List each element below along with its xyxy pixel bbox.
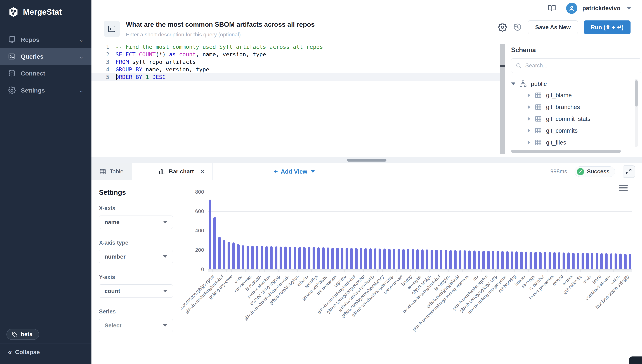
schema-table-row[interactable]: git_commits xyxy=(511,125,631,137)
docs-book-icon[interactable] xyxy=(548,4,556,12)
bar-chart[interactable]: 0200400600800github.com/davecgh/go-spewg… xyxy=(181,180,642,364)
save-as-new-button[interactable]: Save As New xyxy=(528,20,578,34)
tab-bar-chart[interactable]: Bar chart ✕ xyxy=(150,163,212,180)
series-select[interactable]: Select xyxy=(99,319,173,332)
editor-scrollbar-thumb[interactable] xyxy=(500,65,505,67)
caret-right-icon[interactable] xyxy=(528,93,530,97)
sidebar-item-queries[interactable]: Queries ⌄ xyxy=(0,48,92,65)
app-title: MergeStat xyxy=(23,8,62,16)
table-icon xyxy=(534,139,542,146)
account-caret-icon[interactable] xyxy=(626,7,631,10)
x-axis-type-label: X-axis type xyxy=(99,240,173,246)
tab-table[interactable]: Table xyxy=(92,163,132,180)
schema-table-row[interactable]: git_commit_stats xyxy=(511,113,631,125)
collapse-icon: « xyxy=(8,348,12,356)
schema-scrollbar-thumb[interactable] xyxy=(635,80,638,106)
beta-badge: beta xyxy=(6,329,39,340)
pane-resize-handle[interactable] xyxy=(92,157,642,163)
chart-bar xyxy=(624,254,626,269)
chart-bar xyxy=(246,246,249,269)
schema-search[interactable] xyxy=(511,58,641,73)
chart-bar xyxy=(506,251,508,269)
code-line[interactable]: 3FROM syft_repo_artifacts xyxy=(92,58,500,66)
line-number: 4 xyxy=(92,66,116,73)
schema-horizontal-scrollbar[interactable] xyxy=(511,150,621,153)
chart-bar xyxy=(378,248,381,269)
chart-bar xyxy=(450,250,452,269)
query-title[interactable]: What are the most common SBOM artifacts … xyxy=(126,21,315,28)
caret-down-icon[interactable] xyxy=(511,82,516,85)
chart-bar xyxy=(218,237,221,269)
sidebar: MergeStat Repos ⌄ Queries ⌄ Connect xyxy=(0,0,92,364)
code-line[interactable]: 2SELECT COUNT(*) as count, name, version… xyxy=(92,50,500,58)
chart-bar xyxy=(412,249,414,269)
logo[interactable]: MergeStat xyxy=(0,0,92,18)
chart-bar xyxy=(355,248,358,269)
chart-bar xyxy=(516,252,518,269)
chart-menu-icon[interactable] xyxy=(619,185,628,192)
gridline xyxy=(208,211,632,212)
sidebar-item-settings[interactable]: Settings ⌄ xyxy=(0,82,92,99)
schema-table-label: git_commit_stats xyxy=(546,116,590,122)
schema-table-row[interactable]: git_branches xyxy=(511,101,631,113)
y-axis-select[interactable]: count xyxy=(99,284,173,298)
chart-bar xyxy=(629,254,631,269)
schema-table-row[interactable]: git_files xyxy=(511,137,631,148)
code-line[interactable]: 4GROUP BY name, version, type xyxy=(92,66,500,73)
table-icon xyxy=(99,168,106,175)
run-button[interactable]: Run (⇧ + ↵) xyxy=(584,20,631,34)
x-axis-type-select[interactable]: number xyxy=(99,250,173,263)
caret-right-icon[interactable] xyxy=(528,105,530,109)
add-view-button[interactable]: + Add View xyxy=(268,163,320,180)
chart-bar xyxy=(261,246,263,269)
chart-bar xyxy=(605,253,608,269)
close-tab-icon[interactable]: ✕ xyxy=(199,168,212,175)
sidebar-item-repos[interactable]: Repos ⌄ xyxy=(0,31,92,48)
chart-bar xyxy=(332,248,334,270)
x-axis-select[interactable]: name xyxy=(99,216,173,229)
schema-table-row[interactable]: git_blame xyxy=(511,89,631,101)
y-axis-tick-label: 0 xyxy=(182,266,204,272)
chart-bar xyxy=(209,200,211,269)
x-axis xyxy=(208,269,632,272)
chevron-down-icon: ⌄ xyxy=(79,87,84,94)
code-line[interactable]: 5ORDER BY 1 DESC xyxy=(92,73,500,81)
chart-bar xyxy=(232,242,235,269)
chart-bar xyxy=(251,246,254,269)
x-axis-label: X-axis xyxy=(99,205,173,212)
chart-bar xyxy=(407,249,410,269)
status-badge: ✓ Success xyxy=(574,166,615,177)
chart-bar xyxy=(596,253,598,269)
chart-bar xyxy=(322,247,324,269)
query-history-icon[interactable] xyxy=(513,23,522,32)
query-terminal-icon xyxy=(104,21,120,37)
table-icon xyxy=(534,127,542,134)
caret-right-icon[interactable] xyxy=(528,117,530,121)
username[interactable]: patrickdevivo xyxy=(582,5,620,12)
schema-vertical-scrollbar[interactable] xyxy=(635,79,638,147)
collapse-button[interactable]: « Collapse xyxy=(8,348,40,356)
chart-bar xyxy=(492,251,494,269)
caret-right-icon[interactable] xyxy=(528,128,530,133)
caret-right-icon[interactable] xyxy=(528,140,530,145)
y-axis-tick-label: 400 xyxy=(182,228,204,234)
query-settings-gear-icon[interactable] xyxy=(498,23,507,32)
x-axis-value: name xyxy=(104,219,120,226)
sidebar-item-connect[interactable]: Connect xyxy=(0,65,92,82)
avatar[interactable] xyxy=(566,3,577,14)
schema-root-label[interactable]: public xyxy=(531,80,547,87)
schema-title: Schema xyxy=(511,46,536,54)
schema-root-row[interactable]: public xyxy=(511,78,631,89)
schema-search-input[interactable] xyxy=(525,62,637,69)
chart-bar xyxy=(558,252,560,269)
chart-bar xyxy=(610,253,612,269)
expand-button[interactable] xyxy=(623,166,635,178)
editor-scrollbar[interactable] xyxy=(500,44,505,154)
query-description-placeholder[interactable]: Enter a short description for this query… xyxy=(126,32,241,38)
status-label: Success xyxy=(587,168,610,175)
sql-editor[interactable]: 1-- Find the most commonly used Syft art… xyxy=(92,43,500,157)
chart-bar xyxy=(568,252,570,269)
resize-handle-pill[interactable] xyxy=(347,159,386,162)
collapse-label: Collapse xyxy=(15,349,40,356)
code-line[interactable]: 1-- Find the most commonly used Syft art… xyxy=(92,43,500,50)
